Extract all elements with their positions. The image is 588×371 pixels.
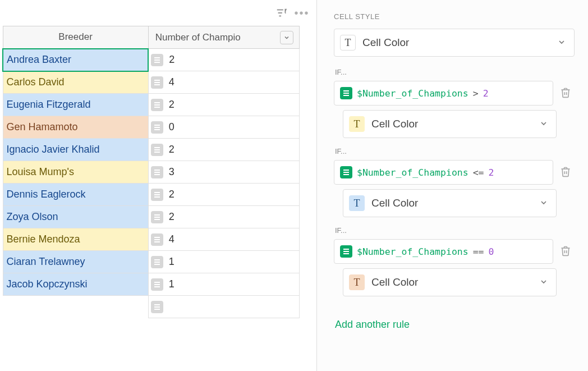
column-label: Breeder [58,31,92,43]
champions-cell[interactable]: 3 [148,161,299,184]
rule-style-select[interactable]: TCell Color [343,110,557,138]
chevron-down-icon [539,277,548,288]
table-pane: ••• Breeder Number of Champio [0,0,317,371]
breeder-cell[interactable]: Louisa Mump's [3,161,148,184]
conditional-rule: IF...$Number_of_Champions <= 2TCell Colo… [334,147,575,217]
reference-icon [151,301,163,313]
reference-icon [151,278,163,291]
expr-operator: <= [473,167,484,178]
swatch-icon: T [349,274,365,290]
breeder-cell[interactable]: Ciaran Trelawney [3,251,148,273]
swatch-icon: T [349,116,365,132]
rule-condition-input[interactable]: $Number_of_Champions > 2 [334,81,553,106]
expr-value: 2 [489,167,494,178]
table-row[interactable]: Eugenia Fitzgerald2 [3,94,300,116]
reference-icon [151,54,163,66]
table-row[interactable]: Ciaran Trelawney1 [3,251,300,273]
champions-cell[interactable]: 1 [148,251,299,273]
champions-value: 2 [169,189,174,200]
champions-value: 2 [169,99,174,111]
reference-icon [151,256,163,268]
reference-icon [340,87,352,99]
champions-cell[interactable]: 0 [148,116,299,139]
champions-cell[interactable]: 2 [148,184,299,206]
default-style-select[interactable]: T Cell Color [334,29,575,57]
champions-cell[interactable]: 2 [148,139,299,161]
swatch-icon: T [349,195,365,211]
breeder-cell[interactable]: Ignacio Javier Khalid [3,139,148,161]
reference-icon [151,121,163,134]
conditional-rule: IF...$Number_of_Champions == 0TCell Colo… [334,226,575,296]
champions-cell[interactable]: 2 [148,94,299,116]
rule-condition-input[interactable]: $Number_of_Champions == 0 [334,239,553,264]
chevron-down-icon [557,38,566,48]
trash-icon[interactable] [560,166,575,179]
reference-icon [340,245,352,258]
cell-style-panel: CELL STYLE T Cell Color IF...$Number_of_… [317,0,588,371]
rule-style-select[interactable]: TCell Color [343,268,557,296]
select-label: Cell Color [371,197,418,209]
champions-cell[interactable]: 4 [148,228,299,251]
column-header-breeder[interactable]: Breeder [3,26,148,49]
rule-style-select[interactable]: TCell Color [343,189,557,217]
expr-value: 0 [489,246,494,257]
table-row[interactable]: Carlos David4 [3,71,300,94]
chevron-down-icon [539,198,548,209]
expr-variable: $Number_of_Champions [357,167,468,178]
expr-variable: $Number_of_Champions [357,88,468,99]
breeder-cell[interactable]: Eugenia Fitzgerald [3,94,148,116]
add-rule-button[interactable]: Add another rule [335,319,410,331]
rule-if-label: IF... [335,68,575,76]
breeder-cell[interactable]: Dennis Eaglerock [3,184,148,206]
champions-cell[interactable] [148,296,299,318]
table-row[interactable]: Louisa Mump's3 [3,161,300,184]
table-row[interactable]: Gen Hamamoto0 [3,116,300,139]
expr-operator: > [473,88,479,99]
select-label: Cell Color [362,36,409,49]
column-label: Number of Champio [155,32,241,43]
champions-value: 2 [169,54,174,66]
champions-value: 3 [169,166,174,178]
column-header-champions[interactable]: Number of Champio [148,26,299,49]
select-label: Cell Color [371,118,418,130]
champions-cell[interactable]: 1 [148,273,299,296]
champions-cell[interactable]: 2 [148,206,299,228]
table-row[interactable]: Andrea Baxter2 [3,49,300,71]
table-row-empty[interactable] [3,296,300,318]
champions-value: 4 [169,233,174,245]
trash-icon[interactable] [560,87,575,100]
table-row[interactable]: Jacob Kopczynski1 [3,273,300,296]
breeder-cell[interactable]: Carlos David [3,71,148,94]
champions-cell[interactable]: 2 [148,49,299,71]
chevron-down-icon[interactable] [280,31,293,44]
breeder-cell[interactable] [3,296,148,318]
breeder-cell[interactable]: Andrea Baxter [3,49,148,71]
more-icon[interactable]: ••• [294,7,310,20]
breeder-cell[interactable]: Jacob Kopczynski [3,273,148,296]
reference-icon [151,76,163,89]
reference-icon [151,189,163,201]
table-row[interactable]: Bernie Mendoza4 [3,228,300,251]
reference-icon [151,211,163,223]
champions-value: 1 [169,278,174,290]
rule-condition-input[interactable]: $Number_of_Champions <= 2 [334,160,553,185]
reference-icon [151,144,163,156]
champions-value: 2 [169,211,174,223]
champions-value: 4 [169,76,174,88]
select-label: Cell Color [371,276,418,288]
data-table: Breeder Number of Champio Andrea Baxter2… [2,26,300,318]
table-row[interactable]: Ignacio Javier Khalid2 [3,139,300,161]
filter-icon[interactable] [274,5,290,21]
breeder-cell[interactable]: Gen Hamamoto [3,116,148,139]
expr-operator: == [473,246,484,257]
table-row[interactable]: Dennis Eaglerock2 [3,184,300,206]
table-row[interactable]: Zoya Olson2 [3,206,300,228]
expr-variable: $Number_of_Champions [357,246,468,257]
reference-icon [151,99,163,111]
expr-value: 2 [483,88,489,99]
reference-icon [340,166,352,178]
breeder-cell[interactable]: Zoya Olson [3,206,148,228]
champions-cell[interactable]: 4 [148,71,299,94]
trash-icon[interactable] [560,245,575,258]
breeder-cell[interactable]: Bernie Mendoza [3,228,148,251]
